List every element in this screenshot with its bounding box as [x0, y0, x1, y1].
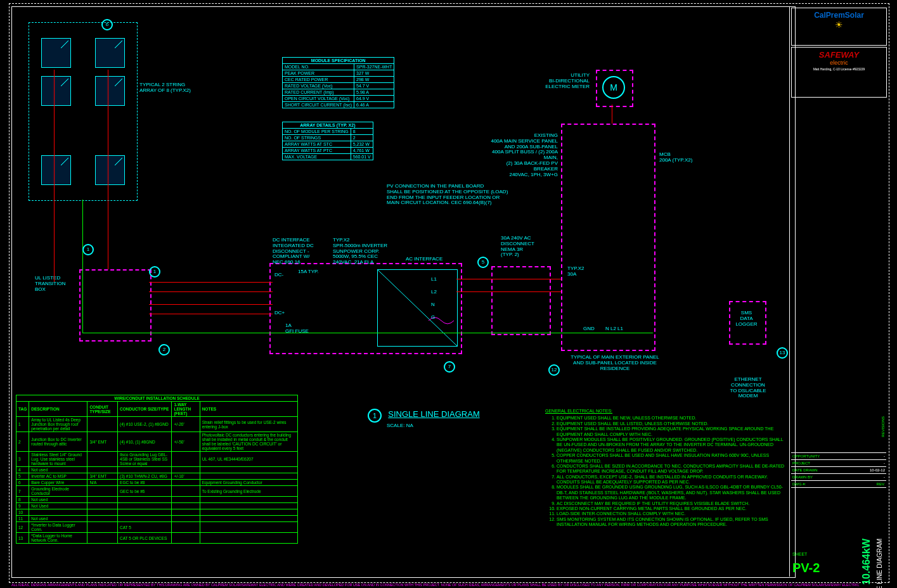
dc-plus-label: DC+: [274, 310, 285, 316]
ethernet-label: ETHERNET CONNECTION TO DSL/CABLE MODEM: [726, 377, 770, 399]
logo-safeway: SAFEWAYelectricMatt Harding, C-10 Licens…: [791, 47, 887, 98]
diagram-title: 1 SINGLE LINE DIAGRAM SCALE: NA: [368, 409, 480, 428]
wire: [54, 70, 55, 282]
transition-box: [79, 269, 152, 342]
sheet-label: SHEET: [792, 552, 807, 556]
g-label: G: [431, 315, 435, 321]
wire: [456, 279, 561, 279]
utility-label: UTILITY BI-DIRECTIONAL ELECTRIC METER: [536, 73, 590, 89]
footer-disclaimer: ALL IDEAS, DESIGNS ARRANGEMENTS AND PLAN…: [11, 583, 886, 587]
ac-disconnect-label: 30A 240V AC DISCONNECT NEMA 3R (TYP. 2): [501, 236, 534, 258]
logo-calpremsolar: CalPremSolar☀: [791, 8, 887, 46]
wire-schedule: WIRE/CONDUIT INSTALLATION SCHEDULE TAGDE…: [16, 395, 298, 544]
n-label: N: [431, 302, 435, 308]
ac-interface-box: [377, 269, 458, 347]
callout-1: 1: [149, 266, 160, 278]
wire: [456, 291, 561, 292]
callout-7: 7: [444, 361, 455, 373]
sms-label: SMS DATA LOGGER: [732, 310, 761, 327]
pv-conn-note: PV CONNECTION IN THE PANEL BOARD SHALL B…: [387, 184, 508, 206]
l1-label: L1: [431, 277, 437, 283]
ground-wire: [82, 333, 653, 333]
nl2l1-label: N L2 L1: [605, 326, 623, 332]
l2-label: L2: [431, 290, 437, 295]
array-box: [29, 22, 138, 201]
svg-line-0: [378, 270, 457, 346]
title-block: CalPremSolar☀ SAFEWAYelectricMatt Hardin…: [789, 6, 888, 577]
wire: [149, 282, 273, 283]
wire: [149, 304, 273, 305]
revisions-label: REVISIONS: [881, 416, 885, 437]
callout-5: 5: [477, 257, 489, 268]
typ30a-label: TYP.X2 30A: [567, 266, 584, 278]
ac-disconnect-box: [491, 266, 551, 335]
array-detail-table: ARRAY DETAILS (TYP. X2) NO. OF MODULE PE…: [282, 122, 373, 160]
wire: [149, 291, 273, 292]
fuse-label: 15A TYP.: [298, 269, 319, 275]
transition-box-label: UL LISTED TRANSITION BOX: [35, 276, 65, 292]
inverter-label: TYP.X2 SPR-5000m INVERTER SUNPOWER CORP.…: [333, 238, 387, 265]
title-block-fields: OPPORTUNITY- PROJECT- DATE DRAWN10-02-12…: [791, 452, 886, 488]
main-panel-label: EXISTING 400A MAIN SERVICE PANEL AND 200…: [488, 133, 558, 177]
general-notes: GENERAL ELECTRICAL NOTES: EQUIPMENT USED…: [545, 409, 789, 528]
callout-1: 1: [82, 244, 94, 255]
diagram-type-label: SINGLE LINE DIAGRAM: [876, 539, 883, 588]
ground-wire: [82, 200, 83, 333]
drawing-canvas: CalPremSolar☀ SAFEWAYelectricMatt Hardin…: [0, 0, 897, 588]
callout-12: 12: [548, 364, 560, 376]
dc-interface-label: DC INTERFACE INTEGRATED DC DISCONNECT - …: [273, 238, 314, 265]
gnd-label: GND: [583, 326, 595, 332]
callout-6: 6: [101, 19, 113, 30]
system-size: 10.464kW: [861, 539, 872, 585]
array-label: TYPICAL 2 STRING ARRAY OF 8 (TYP.X2): [139, 82, 191, 94]
sheet-number: PV-2: [792, 561, 820, 575]
dc-minus-label: DC-: [274, 272, 283, 278]
panel-note: TYPICAL OF MAIN EXTERIOR PANEL AND SUB-P…: [567, 355, 662, 371]
wire: [108, 70, 108, 269]
ac-interface-label: AC INTERFACE: [406, 257, 442, 262]
transformer-icon: [378, 270, 457, 346]
callout-2: 2: [158, 344, 170, 355]
wire: [149, 314, 273, 314]
main-panel-box: [561, 124, 655, 351]
callout-13: 13: [777, 347, 788, 359]
meter-symbol: M: [602, 76, 625, 99]
module-spec-table: MODULE SPECIFICATION MODEL NO.SPR-327NE-…: [282, 57, 394, 108]
wire: [612, 105, 612, 124]
mcb-label: MCB 200A (TYP.X2): [659, 152, 692, 163]
